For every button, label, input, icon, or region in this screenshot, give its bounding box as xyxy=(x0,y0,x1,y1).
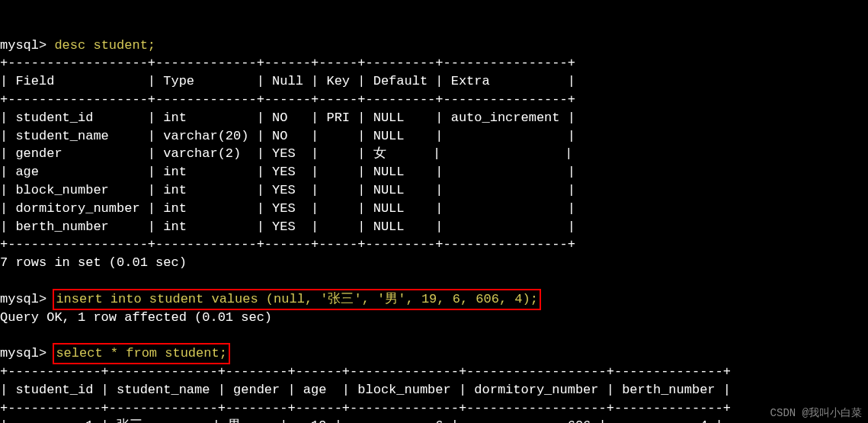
insert-command: insert into student values (null, '张三', … xyxy=(56,292,538,306)
desc-row-2: | gender | varchar(2) | YES | | 女 | | xyxy=(0,146,573,161)
select-highlight: select * from student; xyxy=(53,343,229,364)
select-command: select * from student; xyxy=(56,346,226,361)
mysql-prompt: mysql> xyxy=(0,292,46,306)
desc-row-6: | berth_number | int | YES | | NULL | | xyxy=(0,220,575,234)
select-border-mid: +------------+--------------+--------+--… xyxy=(0,401,731,415)
mysql-prompt: mysql> xyxy=(0,38,46,53)
desc-header: | Field | Type | Null | Key | Default | … xyxy=(0,74,575,88)
desc-command: desc student; xyxy=(54,38,155,53)
desc-border-bot: +------------------+-------------+------… xyxy=(0,237,575,252)
insert-highlight: insert into student values (null, '张三', … xyxy=(53,289,541,310)
desc-row-4: | block_number | int | YES | | NULL | | xyxy=(0,183,575,197)
desc-summary: 7 rows in set (0.01 sec) xyxy=(0,255,187,270)
insert-result: Query OK, 1 row affected (0.01 sec) xyxy=(0,310,272,325)
select-border-top: +------------+--------------+--------+--… xyxy=(0,364,731,379)
desc-row-0: | student_id | int | NO | PRI | NULL | a… xyxy=(0,111,575,125)
desc-row-5: | dormitory_number | int | YES | | NULL … xyxy=(0,201,575,216)
desc-row-1: | student_name | varchar(20) | NO | | NU… xyxy=(0,129,575,143)
watermark: CSDN @我叫小白菜 xyxy=(770,406,862,421)
select-header: | student_id | student_name | gender | a… xyxy=(0,383,731,397)
desc-row-3: | age | int | YES | | NULL | | xyxy=(0,165,575,179)
select-row-0: | 1 | 张三 | 男 | 19 | 6 | 606 | 4 | xyxy=(0,418,723,423)
desc-border-top: +------------------+-------------+------… xyxy=(0,56,575,70)
desc-border-mid: +------------------+-------------+------… xyxy=(0,92,575,107)
mysql-prompt: mysql> xyxy=(0,346,46,361)
